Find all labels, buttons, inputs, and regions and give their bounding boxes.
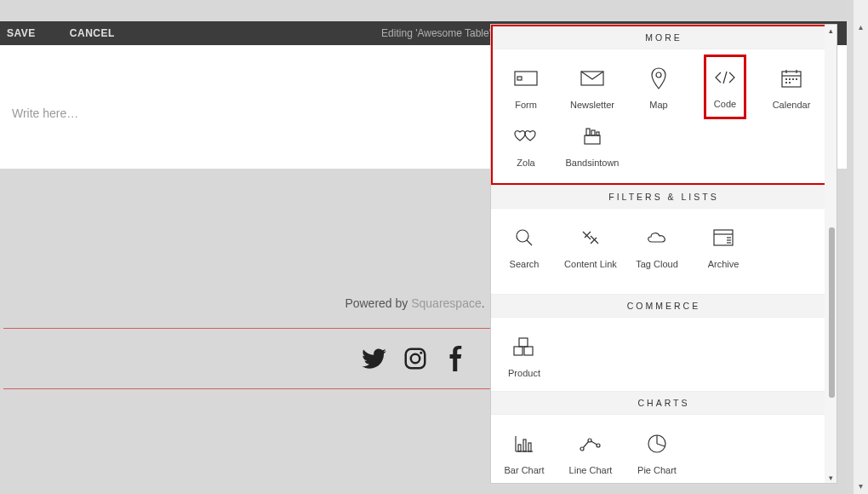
- svg-rect-32: [519, 338, 528, 347]
- scroll-up-icon[interactable]: ▴: [826, 26, 836, 35]
- section-header-more: MORE: [493, 26, 835, 49]
- block-label: Zola: [517, 157, 534, 169]
- pie-chart-icon: [642, 432, 672, 456]
- block-label: Content Link: [564, 258, 617, 282]
- block-label: Calendar: [773, 99, 811, 111]
- svg-line-43: [584, 441, 589, 447]
- section-header-filters: FILTERS & LISTS: [491, 185, 837, 209]
- svg-point-14: [797, 79, 797, 80]
- svg-point-13: [793, 79, 794, 80]
- svg-rect-20: [597, 132, 599, 135]
- highlight-more-section: MORE Form Newsletter: [491, 25, 837, 185]
- svg-line-44: [591, 441, 597, 445]
- svg-rect-19: [591, 130, 595, 135]
- bar-chart-icon: [509, 432, 540, 456]
- block-label: Archive: [708, 258, 740, 282]
- twitter-icon[interactable]: [362, 346, 387, 375]
- svg-rect-34: [524, 347, 533, 355]
- block-pie-chart[interactable]: Pie Chart: [624, 423, 690, 481]
- block-label: Tag Cloud: [636, 258, 678, 282]
- block-label: Bar Chart: [504, 464, 544, 476]
- editor-placeholder: Write here…: [12, 106, 78, 120]
- svg-point-1: [410, 353, 420, 363]
- link-icon: [575, 226, 606, 250]
- block-label: Newsletter: [570, 99, 614, 111]
- block-zola[interactable]: Zola: [493, 116, 559, 174]
- block-map[interactable]: Map: [625, 58, 692, 116]
- cloud-icon: [642, 226, 672, 250]
- bandsintown-icon: [577, 124, 608, 148]
- block-label: Line Chart: [569, 464, 613, 476]
- block-label: Product: [508, 367, 540, 379]
- svg-rect-39: [528, 443, 531, 451]
- block-line-chart[interactable]: Line Chart: [557, 423, 624, 481]
- scroll-thumb[interactable]: [829, 227, 835, 398]
- block-label: Form: [515, 99, 537, 111]
- cancel-button[interactable]: CANCEL: [70, 27, 115, 39]
- panel-scrollbar[interactable]: ▴ ▾: [825, 25, 837, 483]
- map-pin-icon: [643, 66, 674, 90]
- block-newsletter[interactable]: Newsletter: [559, 58, 625, 116]
- editing-label: Editing 'Awesome Table': [381, 27, 491, 39]
- facebook-icon[interactable]: [443, 346, 469, 375]
- block-archive[interactable]: Archive: [690, 217, 757, 287]
- block-product[interactable]: Product: [491, 326, 557, 384]
- block-calendar[interactable]: Calendar: [758, 58, 825, 116]
- brand-link[interactable]: Squarespace: [411, 296, 482, 310]
- envelope-icon: [577, 66, 608, 90]
- powered-by-label: Powered by: [345, 296, 411, 310]
- scroll-down-icon[interactable]: ▾: [826, 473, 836, 482]
- app-frame: SAVE CANCEL Editing 'Awesome Table' Writ…: [0, 0, 847, 494]
- svg-rect-38: [523, 439, 526, 451]
- calendar-icon: [776, 66, 807, 90]
- svg-point-40: [580, 447, 584, 451]
- block-bandsintown[interactable]: Bandsintown: [559, 116, 625, 174]
- svg-line-22: [527, 240, 532, 245]
- svg-rect-33: [514, 347, 523, 355]
- svg-rect-4: [517, 77, 522, 80]
- highlight-code-item: Code: [704, 55, 746, 119]
- svg-point-2: [420, 351, 422, 353]
- product-icon: [509, 335, 540, 359]
- svg-line-47: [657, 444, 665, 446]
- window-scrollbar[interactable]: ▴ ▾: [854, 0, 868, 494]
- block-content-link[interactable]: Content Link: [557, 217, 624, 287]
- archive-icon: [708, 226, 739, 250]
- svg-rect-18: [586, 129, 590, 135]
- block-label: Search: [510, 258, 540, 282]
- block-label: Bandsintown: [566, 157, 620, 169]
- block-tag-cloud[interactable]: Tag Cloud: [624, 217, 690, 287]
- code-icon: [710, 66, 740, 89]
- block-label: Code: [714, 98, 736, 110]
- svg-point-16: [790, 83, 791, 83]
- svg-point-12: [790, 79, 791, 80]
- hearts-icon: [511, 124, 541, 148]
- scroll-up-icon[interactable]: ▴: [855, 21, 866, 32]
- section-header-commerce: COMMERCE: [491, 294, 837, 318]
- save-button[interactable]: SAVE: [7, 27, 36, 39]
- svg-rect-7: [782, 72, 801, 87]
- section-header-charts: CHARTS: [491, 391, 837, 415]
- block-label: Pie Chart: [637, 464, 677, 476]
- svg-rect-37: [518, 445, 521, 451]
- svg-rect-0: [405, 348, 425, 368]
- line-chart-icon: [575, 432, 606, 456]
- block-bar-chart[interactable]: Bar Chart: [491, 423, 557, 481]
- svg-point-11: [786, 79, 787, 80]
- svg-rect-3: [515, 72, 537, 85]
- form-icon: [511, 66, 541, 90]
- block-label: Map: [649, 99, 667, 111]
- block-code-highlighted[interactable]: Code: [692, 58, 758, 116]
- instagram-icon[interactable]: [403, 346, 428, 375]
- search-icon: [509, 226, 540, 250]
- block-picker-panel: MORE Form Newsletter: [490, 24, 837, 484]
- block-search[interactable]: Search: [491, 217, 557, 287]
- block-form[interactable]: Form: [493, 58, 559, 116]
- svg-rect-17: [585, 135, 600, 144]
- svg-point-15: [786, 83, 787, 83]
- svg-point-21: [517, 230, 528, 242]
- scroll-down-icon[interactable]: ▾: [855, 480, 866, 491]
- svg-point-6: [656, 72, 661, 78]
- footer-suffix: .: [482, 296, 485, 310]
